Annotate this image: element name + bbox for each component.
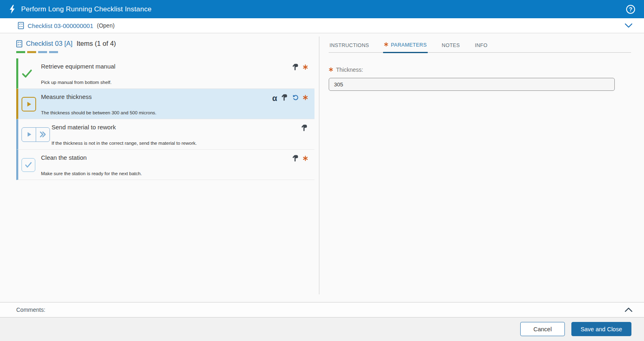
items-counter: Items (1 of 4) — [77, 40, 116, 47]
required-asterisk-icon — [329, 66, 333, 73]
detail-tabs: INSTRUCTIONS PARAMETERS NOTES INFO — [329, 42, 631, 53]
tab-label: INSTRUCTIONS — [330, 43, 369, 48]
item-title: Send material to rework — [52, 124, 309, 131]
required-asterisk-icon — [303, 155, 308, 163]
completed-check-icon — [22, 62, 39, 85]
help-icon[interactable]: ? — [626, 5, 635, 14]
item-action-icons — [292, 63, 308, 72]
item-body: Retrieve equipment manual Pick up manual… — [41, 62, 309, 85]
title-bar: Perform Long Running Checklist Instance … — [0, 0, 644, 18]
skip-icon[interactable] — [36, 128, 50, 142]
tab-label: PARAMETERS — [391, 42, 426, 48]
play-button[interactable] — [22, 128, 36, 142]
item-description: If the thickness is not in the correct r… — [52, 141, 309, 146]
item-description: Pick up manual from bottom shelf. — [41, 80, 309, 85]
checklist-item-retrieve-manual[interactable]: Retrieve equipment manual Pick up manual… — [16, 58, 314, 89]
checklist-item-clean-station[interactable]: Clean the station Make sure the station … — [16, 150, 314, 180]
manual-hand-icon — [281, 94, 288, 103]
checklist-header: Checklist 03 [A] Items (1 of 4) — [16, 40, 314, 47]
complete-checkbox[interactable] — [22, 158, 35, 172]
checklist-items-list: Retrieve equipment manual Pick up manual… — [16, 58, 314, 180]
progress-indicator — [16, 51, 314, 53]
checklist-title-link[interactable]: Checklist 03 [A] — [26, 40, 73, 47]
chevron-up-icon[interactable] — [625, 307, 633, 312]
progress-segment-pending — [38, 51, 47, 53]
main-content: Checklist 03 [A] Items (1 of 4) Retrieve… — [0, 33, 644, 302]
item-title: Retrieve equipment manual — [41, 63, 309, 70]
item-body: Clean the station Make sure the station … — [41, 154, 309, 176]
item-description: Make sure the station is ready for the n… — [41, 171, 309, 176]
checklist-item-send-rework[interactable]: Send material to rework If the thickness… — [16, 119, 314, 150]
item-action-icons — [301, 124, 308, 133]
tab-info[interactable]: INFO — [474, 42, 488, 52]
tab-parameters[interactable]: PARAMETERS — [383, 42, 427, 53]
panel-divider — [319, 36, 319, 294]
checklist-document-icon — [18, 22, 24, 29]
required-asterisk-icon — [303, 94, 308, 102]
item-lead — [22, 93, 39, 115]
tab-notes[interactable]: NOTES — [441, 42, 461, 52]
manual-hand-icon — [301, 124, 308, 133]
item-lead — [22, 154, 39, 176]
thickness-label: Thickness: — [329, 66, 631, 73]
undo-icon[interactable] — [292, 94, 299, 103]
item-action-icons — [292, 154, 308, 163]
manual-hand-icon — [292, 154, 299, 163]
item-lead — [22, 123, 50, 146]
page-title: Perform Long Running Checklist Instance — [21, 5, 152, 13]
required-asterisk-icon — [303, 64, 308, 71]
item-body: Send material to rework If the thickness… — [52, 123, 309, 146]
footer-bar: Cancel Save and Close — [0, 317, 644, 341]
checklist-status: (Open) — [97, 22, 115, 29]
checklist-instance-link[interactable]: Checklist 03-000000001 — [28, 22, 93, 29]
item-detail-panel: INSTRUCTIONS PARAMETERS NOTES INFO — [329, 33, 631, 91]
tab-label: INFO — [475, 43, 487, 48]
progress-segment-pending — [49, 51, 58, 53]
footer-buttons: Cancel Save and Close — [520, 322, 631, 336]
thickness-input[interactable] — [329, 78, 615, 91]
perform-checklist-window: Perform Long Running Checklist Instance … — [0, 0, 644, 341]
help-glyph: ? — [629, 6, 633, 13]
tab-instructions[interactable]: INSTRUCTIONS — [329, 42, 370, 52]
checklist-item-measure-thickness[interactable]: Measure thickness The thickness should b… — [16, 89, 314, 119]
item-body: Measure thickness The thickness should b… — [41, 93, 309, 115]
item-description: The thickness should be between 300 and … — [41, 110, 309, 115]
comments-label: Comments: — [16, 307, 45, 313]
chevron-down-icon[interactable] — [625, 23, 633, 28]
checklist-instance-bar: Checklist 03-000000001 (Open) — [0, 18, 644, 33]
play-button[interactable] — [22, 97, 36, 112]
progress-segment-completed — [16, 51, 25, 53]
lightning-bolt-icon — [9, 5, 15, 14]
comments-bar[interactable]: Comments: — [0, 302, 644, 317]
play-skip-button-group — [22, 127, 50, 142]
checklist-document-icon — [16, 40, 22, 47]
alpha-data-icon: α — [272, 94, 277, 102]
checklist-items-panel: Checklist 03 [A] Items (1 of 4) Retrieve… — [16, 40, 314, 180]
save-and-close-button[interactable]: Save and Close — [571, 322, 631, 336]
item-title: Measure thickness — [41, 93, 309, 100]
item-title: Clean the station — [41, 154, 309, 161]
required-asterisk-icon — [384, 42, 388, 48]
item-action-icons: α — [272, 94, 308, 103]
tab-label: NOTES — [442, 43, 460, 48]
progress-segment-in-progress — [27, 51, 36, 53]
cancel-button[interactable]: Cancel — [520, 322, 564, 336]
manual-hand-icon — [292, 63, 299, 72]
thickness-label-text: Thickness: — [336, 66, 363, 73]
